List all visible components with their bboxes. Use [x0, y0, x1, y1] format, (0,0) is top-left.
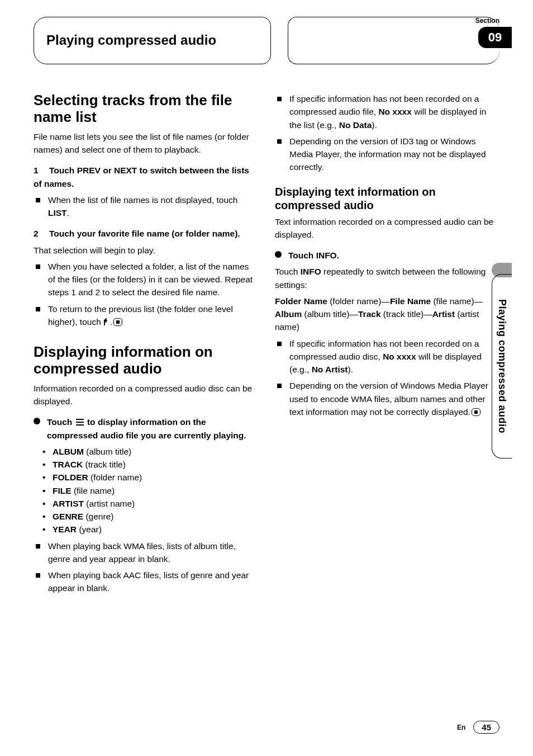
end-mark-icon — [472, 408, 480, 416]
list-item: FOLDER (folder name) — [53, 471, 258, 484]
page-footer: En 45 — [457, 721, 499, 734]
info-item-list: ALBUM (album title) TRACK (track title) … — [34, 445, 258, 536]
side-tab: Playing compressed audio — [492, 274, 512, 459]
list-item: GENRE (genre) — [53, 510, 258, 523]
footer-language: En — [457, 724, 465, 731]
intro-paragraph: File name list lets you see the list of … — [34, 130, 258, 157]
chapter-title-box: Playing compressed audio — [34, 17, 271, 64]
action-bullet: Touch to display information on the comp… — [34, 415, 258, 442]
note-bullet: If specific information has not been rec… — [275, 92, 499, 131]
list-item: YEAR (year) — [53, 523, 258, 536]
end-mark-icon — [113, 318, 122, 326]
step-text: Touch your favorite file name (or folder… — [49, 229, 240, 238]
header-row: Playing compressed audio — [34, 17, 499, 64]
list-icon — [76, 419, 84, 426]
setting-sequence: Folder Name (folder name)—File Name (fil… — [275, 295, 499, 334]
footer-page-number: 45 — [473, 721, 499, 734]
note-bullet: To return to the previous list (the fold… — [34, 303, 258, 329]
heading-displaying-text-info: Displaying text information on compresse… — [275, 185, 499, 212]
paragraph: Touch INFO repeatedly to switch between … — [275, 265, 499, 291]
list-item: TRACK (track title) — [53, 458, 258, 471]
note-bullet: When the list of file names is not displ… — [34, 193, 258, 220]
step-number: 1 — [34, 164, 49, 177]
heading-selecting-tracks: Selecting tracks from the file name list — [34, 92, 258, 126]
header-empty-box — [288, 17, 500, 64]
side-tab-label: Playing compressed audio — [496, 299, 508, 433]
intro-paragraph: Information recorded on a compressed aud… — [34, 382, 258, 408]
step-number: 2 — [34, 227, 49, 240]
note-bullet: When you have selected a folder, a list … — [34, 260, 258, 299]
step-text: Touch PREV or NEXT to switch between the… — [34, 166, 249, 188]
list-item: ALBUM (album title) — [53, 445, 258, 458]
intro-paragraph: Text information recorded on a compresse… — [275, 215, 499, 242]
chapter-title: Playing compressed audio — [46, 32, 216, 49]
note-bullet: Depending on the version of ID3 tag or W… — [275, 135, 499, 174]
note-bullet: Depending on the version of Windows Medi… — [275, 379, 499, 418]
list-item: FILE (file name) — [53, 484, 258, 497]
note-bullet: If specific information has not been rec… — [275, 337, 499, 376]
note-bullet: When playing back WMA files, lists of al… — [34, 540, 258, 566]
list-item: ARTIST (artist name) — [53, 497, 258, 510]
up-icon — [103, 318, 110, 326]
document-page: Section 09 Playing compressed audio Sele… — [0, 0, 533, 756]
right-column: If specific information has not been rec… — [275, 92, 499, 598]
heading-displaying-info: Displaying information on compressed aud… — [34, 344, 258, 377]
step-1: 1Touch PREV or NEXT to switch between th… — [34, 164, 258, 190]
note-bullet: When playing back AAC files, lists of ge… — [34, 569, 258, 595]
action-bullet: Touch INFO. — [275, 249, 499, 262]
content-columns: Selecting tracks from the file name list… — [34, 92, 499, 598]
step-2: 2Touch your favorite file name (or folde… — [34, 227, 258, 240]
left-column: Selecting tracks from the file name list… — [34, 92, 258, 598]
step-2-desc: That selection will begin to play. — [34, 244, 258, 257]
